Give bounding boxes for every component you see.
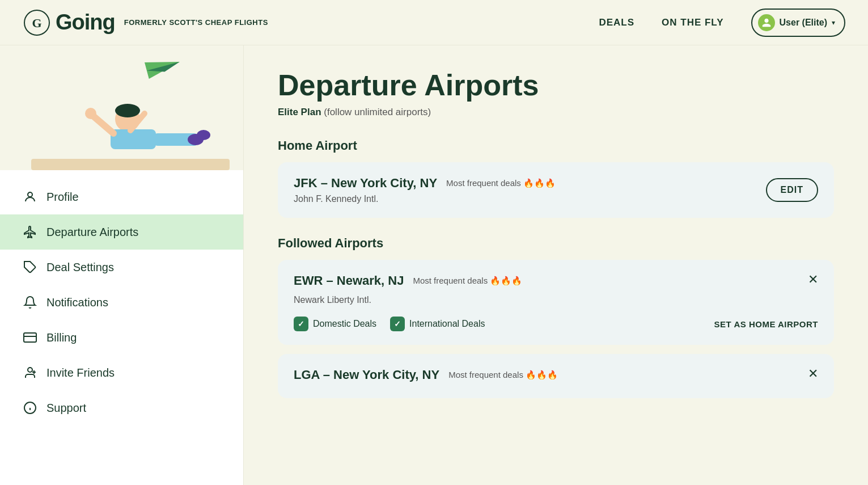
user-label: User (Elite) (780, 18, 827, 28)
home-airport-code-name: JFK – New York City, NY (294, 176, 437, 191)
home-airport-main-line: JFK – New York City, NY Most frequent de… (294, 176, 766, 191)
header-left: G Going FORMERLY SCOTT'S CHEAP FLIGHTS (23, 9, 268, 37)
followed-airport-card-lga: LGA – New York City, NY Most frequent de… (278, 354, 834, 398)
plane-icon (23, 225, 37, 239)
followed-airports-section: Followed Airports EWR – Newark, NJ Most … (278, 236, 834, 398)
international-check-icon: ✓ (390, 317, 405, 331)
sidebar-item-billing[interactable]: Billing (0, 320, 243, 355)
ewr-card-footer: ✓ Domestic Deals ✓ International Deals S… (294, 317, 818, 331)
sidebar-item-notifications[interactable]: Notifications (0, 285, 243, 320)
sidebar-item-profile[interactable]: Profile (0, 179, 243, 214)
domestic-label: Domestic Deals (313, 319, 376, 329)
sidebar-item-support[interactable]: Support (0, 390, 243, 425)
formerly-text: FORMERLY SCOTT'S CHEAP FLIGHTS (124, 18, 268, 27)
home-airport-section: Home Airport JFK – New York City, NY Mos… (278, 138, 834, 218)
user-avatar (758, 14, 775, 31)
sidebar-item-deal-settings[interactable]: Deal Settings (0, 250, 243, 285)
home-airport-card: JFK – New York City, NY Most frequent de… (278, 162, 834, 218)
profile-label: Profile (46, 191, 79, 204)
ewr-international-checkbox[interactable]: ✓ International Deals (390, 317, 485, 331)
lga-code-name: LGA – New York City, NY (294, 368, 439, 382)
ewr-card-header: EWR – Newark, NJ Most frequent deals 🔥🔥🔥… (294, 273, 818, 292)
sidebar-item-invite-friends[interactable]: Invite Friends (0, 355, 243, 390)
svg-point-14 (28, 192, 32, 197)
lga-card-header: LGA – New York City, NY Most frequent de… (294, 368, 818, 386)
logo-area[interactable]: G Going (23, 9, 115, 37)
lga-deals: Most frequent deals 🔥🔥🔥 (448, 370, 558, 380)
edit-home-airport-button[interactable]: EDIT (766, 178, 818, 202)
svg-point-11 (85, 108, 96, 119)
home-airport-full-name: John F. Kennedy Intl. (294, 194, 766, 204)
lga-airport-info: LGA – New York City, NY Most frequent de… (294, 368, 558, 386)
svg-point-18 (28, 368, 32, 372)
billing-icon (23, 330, 37, 345)
close-lga-button[interactable]: ✕ (808, 368, 818, 380)
followed-airports-section-title: Followed Airports (278, 236, 834, 251)
plan-label: Elite Plan (follow unlimited airports) (278, 107, 834, 118)
svg-rect-16 (24, 333, 36, 342)
sidebar-menu: Profile Departure Airports (0, 170, 243, 435)
ewr-airport-info: EWR – Newark, NJ Most frequent deals 🔥🔥🔥 (294, 273, 522, 292)
person-icon (23, 189, 37, 204)
ewr-full-name: Newark Liberty Intl. (294, 295, 818, 305)
header: G Going FORMERLY SCOTT'S CHEAP FLIGHTS D… (0, 0, 868, 45)
close-ewr-button[interactable]: ✕ (808, 273, 818, 286)
lga-main-line: LGA – New York City, NY Most frequent de… (294, 368, 558, 382)
plan-detail: (follow unlimited airports) (324, 107, 431, 117)
sidebar: Profile Departure Airports (0, 45, 244, 485)
billing-label: Billing (46, 331, 77, 344)
plan-name: Elite Plan (278, 107, 321, 117)
set-home-airport-button-ewr[interactable]: SET AS HOME AIRPORT (714, 319, 818, 329)
svg-text:G: G (32, 16, 41, 30)
page-layout: Profile Departure Airports (0, 45, 868, 485)
ewr-code-name: EWR – Newark, NJ (294, 273, 404, 288)
bell-icon (23, 295, 37, 310)
followed-airport-card-ewr: EWR – Newark, NJ Most frequent deals 🔥🔥🔥… (278, 260, 834, 345)
departure-airports-label: Departure Airports (46, 226, 138, 239)
page-title: Departure Airports (278, 68, 834, 102)
sidebar-illustration (0, 45, 243, 170)
sidebar-item-departure-airports[interactable]: Departure Airports (0, 214, 243, 250)
svg-rect-13 (31, 159, 230, 170)
on-the-fly-nav-link[interactable]: ON THE FLY (662, 17, 724, 28)
ewr-main-line: EWR – Newark, NJ Most frequent deals 🔥🔥🔥 (294, 273, 522, 288)
invite-friends-label: Invite Friends (46, 366, 115, 379)
user-menu-button[interactable]: User (Elite) ▾ (751, 9, 845, 37)
domestic-check-icon: ✓ (294, 317, 308, 331)
logo-text: Going (56, 10, 115, 35)
svg-point-9 (197, 130, 210, 140)
invite-icon (23, 365, 37, 380)
svg-rect-6 (111, 129, 156, 149)
chevron-down-icon: ▾ (832, 19, 835, 27)
support-label: Support (46, 402, 86, 415)
ewr-checkboxes: ✓ Domestic Deals ✓ International Deals (294, 317, 485, 331)
header-nav: DEALS ON THE FLY User (Elite) ▾ (599, 9, 845, 37)
international-label: International Deals (409, 319, 485, 329)
deal-settings-label: Deal Settings (46, 261, 114, 274)
svg-point-5 (115, 104, 140, 117)
character-illustration (14, 51, 230, 170)
logo-icon: G (23, 9, 51, 37)
ewr-domestic-checkbox[interactable]: ✓ Domestic Deals (294, 317, 376, 331)
home-airport-info: JFK – New York City, NY Most frequent de… (294, 176, 766, 204)
main-content: Departure Airports Elite Plan (follow un… (244, 45, 868, 485)
tag-icon (23, 260, 37, 275)
notifications-label: Notifications (46, 296, 108, 309)
deals-nav-link[interactable]: DEALS (599, 17, 634, 28)
home-airport-section-title: Home Airport (278, 138, 834, 153)
ewr-deals: Most frequent deals 🔥🔥🔥 (413, 276, 522, 286)
info-icon (23, 400, 37, 415)
home-airport-deals: Most frequent deals 🔥🔥🔥 (446, 178, 556, 188)
svg-line-10 (94, 116, 113, 133)
